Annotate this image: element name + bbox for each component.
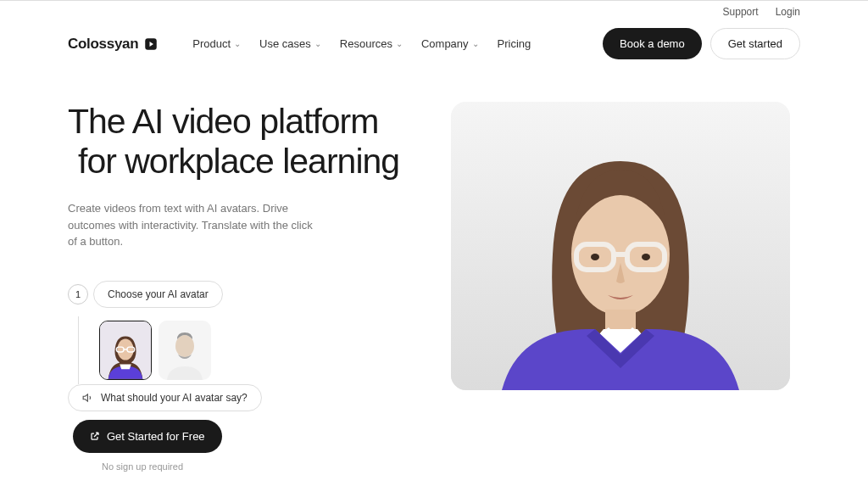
avatar-option-2[interactable] [159,321,211,380]
avatar-option-1[interactable] [99,321,152,380]
get-started-free-button[interactable]: Get Started for Free [73,420,222,453]
step-1-number: 1 [68,284,88,304]
step-2-pill[interactable]: What should your AI avatar say? [68,384,262,411]
sound-icon [82,392,94,404]
chevron-down-icon: ⌄ [234,39,241,48]
login-link[interactable]: Login [776,6,800,18]
get-started-button[interactable]: Get started [710,28,800,59]
step-1-label: Choose your AI avatar [93,281,223,308]
support-link[interactable]: Support [723,6,759,18]
brand-name: Colossyan [68,36,138,53]
nav-company[interactable]: Company⌄ [421,37,479,50]
chevron-down-icon: ⌄ [314,39,321,48]
hero-avatar-preview [451,102,790,390]
svg-point-7 [175,335,194,357]
external-link-icon [90,431,100,441]
brand-logo[interactable]: Colossyan [68,36,159,53]
book-demo-button[interactable]: Book a demo [603,28,702,59]
svg-point-13 [591,254,599,260]
chevron-down-icon: ⌄ [472,39,479,48]
chevron-down-icon: ⌄ [396,39,403,48]
svg-point-14 [642,254,650,260]
hero-subtitle: Create videos from text with AI avatars.… [68,200,322,250]
logo-icon [143,36,159,52]
hero-title: The AI video platform for workplace lear… [68,102,417,182]
nav-usecases[interactable]: Use cases⌄ [259,37,321,50]
nav-product[interactable]: Product⌄ [192,37,241,50]
nav-resources[interactable]: Resources⌄ [340,37,403,50]
no-signup-note: No sign up required [102,461,417,472]
nav-pricing[interactable]: Pricing [498,37,531,50]
